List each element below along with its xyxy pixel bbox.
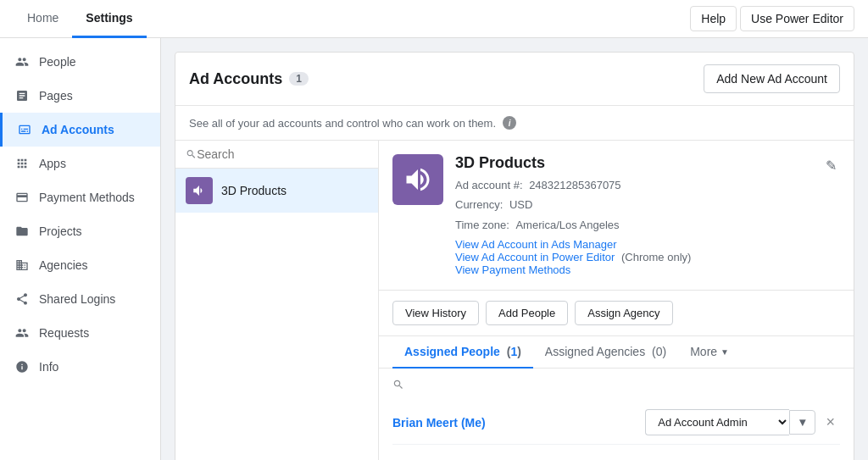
content-area: Ad Accounts 1 Add New Ad Account See all…: [161, 38, 868, 460]
ad-accounts-card: Ad Accounts 1 Add New Ad Account See all…: [175, 52, 854, 460]
help-button[interactable]: Help: [690, 6, 737, 31]
account-search-input[interactable]: [197, 147, 368, 161]
account-list: 3D Products: [175, 141, 379, 460]
sidebar-item-label: Apps: [39, 157, 66, 170]
sidebar-item-pages[interactable]: Pages: [0, 79, 160, 113]
sidebar-item-label: Payment Methods: [39, 191, 135, 204]
ad-accounts-icon: [16, 121, 33, 138]
person-role-controls: Ad Account Admin Ad Account Advertiser A…: [645, 409, 840, 435]
sidebar-item-label: Pages: [39, 89, 73, 103]
pages-icon: [14, 87, 31, 104]
person-name[interactable]: Brian Meert (Me): [392, 416, 486, 430]
account-thumb: [186, 177, 213, 204]
role-dropdown: Ad Account Admin Ad Account Advertiser A…: [645, 409, 815, 435]
ad-accounts-title: Ad Accounts 1: [189, 70, 309, 88]
tab-home[interactable]: Home: [14, 0, 72, 38]
chevron-down-icon: ▼: [721, 347, 729, 357]
sidebar-item-label: Shared Logins: [39, 292, 115, 306]
add-people-button[interactable]: Add People: [486, 301, 568, 325]
ads-manager-link[interactable]: View Ad Account in Ads Manager: [455, 238, 810, 251]
sidebar-item-info[interactable]: Info: [0, 350, 160, 384]
people-row: Brian Meert (Me) Ad Account Admin Ad Acc…: [392, 401, 840, 445]
sidebar-item-agencies[interactable]: Agencies: [0, 248, 160, 282]
sidebar-item-label: Info: [39, 360, 58, 374]
sidebar-item-projects[interactable]: Projects: [0, 214, 160, 248]
account-detail: 3D Products Ad account #: 24832128536707…: [379, 141, 854, 460]
sidebar-item-label: Projects: [39, 224, 82, 238]
ad-accounts-header: Ad Accounts 1 Add New Ad Account: [175, 53, 854, 106]
sidebar-item-shared-logins[interactable]: Shared Logins: [0, 282, 160, 316]
projects-icon: [14, 223, 31, 240]
sub-header: See all of your ad accounts and control …: [175, 106, 854, 141]
top-nav: Home Settings Help Use Power Editor: [0, 0, 868, 38]
account-logo: [392, 154, 443, 205]
info-icon-subheader: i: [503, 116, 516, 130]
sidebar: People Pages Ad Accounts Apps Payment Me: [0, 38, 161, 460]
shared-logins-icon: [14, 291, 31, 308]
assign-agency-button[interactable]: Assign Agency: [575, 301, 672, 325]
sidebar-item-label: People: [39, 55, 76, 69]
sidebar-item-apps[interactable]: Apps: [0, 147, 160, 180]
remove-person-button[interactable]: ×: [821, 413, 840, 431]
account-name: 3D Products: [221, 184, 287, 197]
sidebar-item-ad-accounts[interactable]: Ad Accounts: [0, 113, 160, 147]
power-editor-button[interactable]: Use Power Editor: [740, 6, 854, 31]
account-links: View Ad Account in Ads Manager View Ad A…: [455, 238, 810, 276]
search-icon: [186, 148, 197, 160]
sidebar-item-requests[interactable]: Requests: [0, 316, 160, 350]
apps-icon: [14, 155, 31, 172]
role-select[interactable]: Ad Account Admin Ad Account Advertiser A…: [645, 409, 789, 435]
detail-tabs: Assigned People (1) Assigned Agencies (0…: [379, 336, 854, 369]
account-info: 3D Products Ad account #: 24832128536707…: [455, 154, 810, 276]
people-search-icon: [392, 379, 404, 391]
requests-icon: [14, 324, 31, 341]
sidebar-item-label: Agencies: [39, 258, 88, 272]
account-detail-name: 3D Products: [455, 154, 810, 172]
ad-accounts-count-badge: 1: [289, 72, 309, 86]
split-area: 3D Products 3D Products Ad account #:: [175, 141, 854, 460]
tab-more[interactable]: More ▼: [678, 336, 741, 369]
payment-icon: [14, 189, 31, 206]
people-icon: [14, 53, 31, 70]
account-meta: Ad account #: 248321285367075 Currency: …: [455, 175, 810, 235]
power-editor-link[interactable]: View Ad Account in Power Editor (Chrome …: [455, 251, 810, 263]
add-new-ad-account-button[interactable]: Add New Ad Account: [704, 64, 840, 93]
people-search: [392, 379, 840, 391]
view-payment-methods-link[interactable]: View Payment Methods: [455, 263, 810, 276]
sidebar-item-label: Requests: [39, 326, 89, 340]
sidebar-item-payment-methods[interactable]: Payment Methods: [0, 180, 160, 214]
top-nav-right: Help Use Power Editor: [690, 6, 854, 31]
tab-assigned-people[interactable]: Assigned People (1): [392, 336, 533, 369]
action-buttons: View History Add People Assign Agency: [379, 291, 854, 336]
account-list-item[interactable]: 3D Products: [175, 169, 378, 213]
sidebar-item-label: Ad Accounts: [42, 123, 114, 136]
account-detail-header: 3D Products Ad account #: 24832128536707…: [379, 141, 854, 291]
info-icon-sidebar: [14, 358, 31, 375]
tab-assigned-agencies[interactable]: Assigned Agencies (0): [533, 336, 678, 369]
tab-settings[interactable]: Settings: [72, 0, 146, 38]
edit-account-button[interactable]: ✎: [822, 154, 840, 177]
list-search[interactable]: [175, 141, 378, 169]
view-history-button[interactable]: View History: [392, 301, 479, 325]
main-layout: People Pages Ad Accounts Apps Payment Me: [0, 38, 868, 460]
sidebar-item-people[interactable]: People: [0, 45, 160, 79]
people-section: Brian Meert (Me) Ad Account Admin Ad Acc…: [379, 369, 854, 455]
agencies-icon: [14, 257, 31, 274]
role-dropdown-button[interactable]: ▼: [789, 410, 815, 435]
